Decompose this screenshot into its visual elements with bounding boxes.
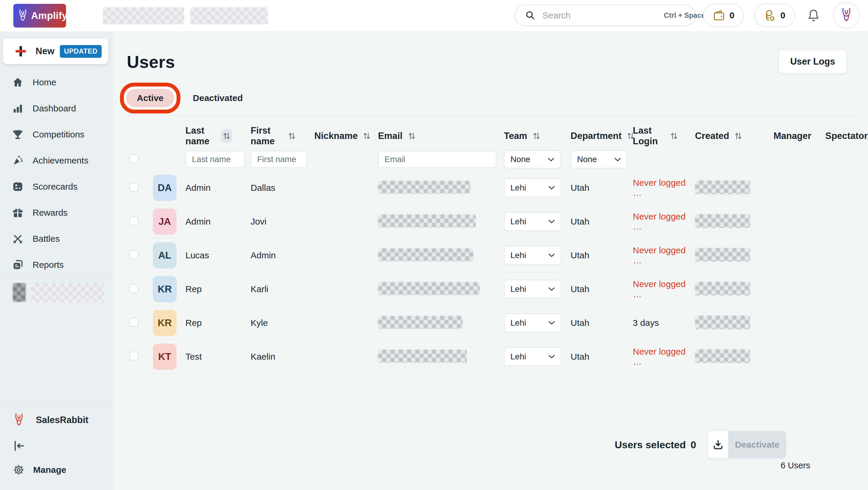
wallet-count: 0 (730, 10, 734, 21)
avatar: KT (153, 344, 177, 370)
chevron-down-icon (614, 158, 621, 161)
salesrabbit-rabbit-icon (13, 413, 25, 427)
department-filter-select[interactable]: None (570, 150, 627, 169)
rabbit-logo-icon (17, 9, 29, 23)
department-cell: Utah (570, 250, 633, 261)
department-cell: Utah (570, 351, 633, 362)
team-select[interactable]: Lehi (504, 347, 561, 366)
sidebar-item-rewards[interactable]: Rewards (0, 200, 113, 226)
team-select[interactable]: Lehi (504, 280, 561, 299)
sidebar-item-dashboard[interactable]: Dashboard (0, 95, 113, 121)
team-select[interactable]: Lehi (504, 178, 561, 197)
column-header-team: Team (504, 129, 570, 143)
user-logs-button[interactable]: User Logs (778, 50, 847, 73)
salesrabbit-label: SalesRabbit (36, 415, 88, 425)
sidebar-item-home[interactable]: Home (0, 69, 113, 95)
last-name-cell: Admin (185, 183, 251, 193)
sidebar-item-reports[interactable]: Reports (0, 252, 113, 278)
tab-deactivated[interactable]: Deactivated (193, 93, 243, 103)
team-select[interactable]: Lehi (504, 212, 561, 231)
table-row: DAAdminDallasLehiUtahNever logged … (127, 171, 868, 205)
column-header-last-login: Last Login (633, 125, 695, 146)
row-checkbox[interactable] (129, 351, 138, 361)
first-name-cell: Kyle (251, 318, 314, 328)
select-all-checkbox[interactable] (129, 154, 138, 163)
sidebar-item-scorecards[interactable]: Scorecards (0, 174, 113, 200)
row-checkbox[interactable] (129, 250, 138, 259)
points-balance-button[interactable]: 0 (754, 4, 795, 27)
section-divider (127, 115, 860, 116)
redacted-created-date (695, 315, 750, 329)
rabbit-avatar-icon (840, 8, 853, 23)
last-login-cell: Never logged … (633, 212, 695, 232)
department-cell: Utah (570, 217, 633, 226)
redacted-created-date (695, 282, 750, 295)
first-name-cell: Karli (251, 284, 314, 294)
scorecard-icon (12, 181, 24, 192)
row-checkbox[interactable] (129, 284, 138, 293)
highlight-annotation: Active (120, 83, 180, 114)
column-header-first-name: First name (251, 125, 314, 146)
reports-icon (12, 259, 24, 271)
wallet-icon (713, 9, 725, 22)
notifications-bell-icon[interactable] (806, 8, 821, 23)
app-window: Amplify Ctrl + Space 0 0 New UPDATED Hom… (0, 0, 868, 490)
sort-icon[interactable] (733, 129, 744, 143)
avatar: DA (153, 175, 177, 201)
updated-badge: UPDATED (60, 45, 102, 58)
global-search[interactable]: Ctrl + Space (515, 4, 696, 26)
collapse-sidebar-button[interactable] (0, 439, 113, 452)
main-content: Users User Logs Active Deactivated Last … (113, 32, 868, 490)
avatar: JA (153, 209, 177, 235)
sort-icon[interactable] (531, 129, 542, 143)
dashboard-icon (12, 102, 24, 114)
redacted-email (378, 214, 476, 227)
deactivate-button[interactable]: Deactivate (728, 431, 786, 458)
team-select[interactable]: Lehi (504, 313, 561, 332)
table-filter-row: None None (127, 148, 868, 171)
first-name-cell: Admin (251, 250, 314, 261)
amplify-logo[interactable]: Amplify (13, 4, 66, 28)
sort-icon[interactable] (221, 129, 232, 143)
sort-icon[interactable] (668, 129, 680, 143)
redacted-org-logo (13, 283, 26, 302)
sort-icon[interactable] (406, 129, 417, 143)
redacted-nav-item (190, 7, 268, 24)
last-name-filter-input[interactable] (185, 151, 245, 168)
new-button-label: New (36, 46, 60, 57)
last-login-cell: Never logged … (633, 178, 695, 198)
sidebar-item-achievements[interactable]: Achievements (0, 148, 113, 174)
last-name-cell: Lucas (185, 250, 251, 261)
plus-icon (14, 45, 27, 58)
column-header-created: Created (695, 129, 774, 143)
column-header-manager: Manager (774, 131, 825, 141)
wallet-balance-button[interactable]: 0 (703, 4, 744, 27)
redacted-created-date (695, 180, 750, 194)
tab-active[interactable]: Active (126, 89, 174, 107)
table-row: JAAdminJoviLehiUtahNever logged … (127, 205, 868, 239)
sidebar-item-battles[interactable]: Battles (0, 226, 113, 252)
last-name-cell: Rep (185, 284, 251, 294)
sort-icon[interactable] (361, 129, 372, 143)
email-filter-input[interactable] (378, 151, 497, 168)
team-filter-select[interactable]: None (504, 150, 561, 169)
sidebar-item-salesrabbit[interactable]: SalesRabbit (0, 413, 113, 427)
account-avatar[interactable] (833, 2, 860, 29)
row-checkbox[interactable] (129, 183, 138, 192)
redacted-org-name (31, 283, 104, 302)
logo-text: Amplify (31, 10, 67, 21)
first-name-filter-input[interactable] (251, 151, 307, 168)
team-select[interactable]: Lehi (504, 246, 561, 265)
column-header-last-name: Last name (185, 125, 251, 146)
top-bar: Amplify Ctrl + Space 0 0 (0, 0, 868, 32)
new-button[interactable]: New UPDATED (3, 38, 108, 64)
sidebar-item-competitions[interactable]: Competitions (0, 121, 113, 148)
export-users-button[interactable] (708, 431, 728, 458)
sort-icon[interactable] (286, 129, 298, 143)
confetti-icon (12, 155, 24, 166)
row-checkbox[interactable] (129, 318, 138, 327)
last-login-cell: Never logged … (633, 347, 695, 367)
search-input[interactable] (542, 10, 657, 21)
sidebar-item-manage[interactable]: Manage (0, 464, 113, 476)
row-checkbox[interactable] (129, 217, 138, 225)
